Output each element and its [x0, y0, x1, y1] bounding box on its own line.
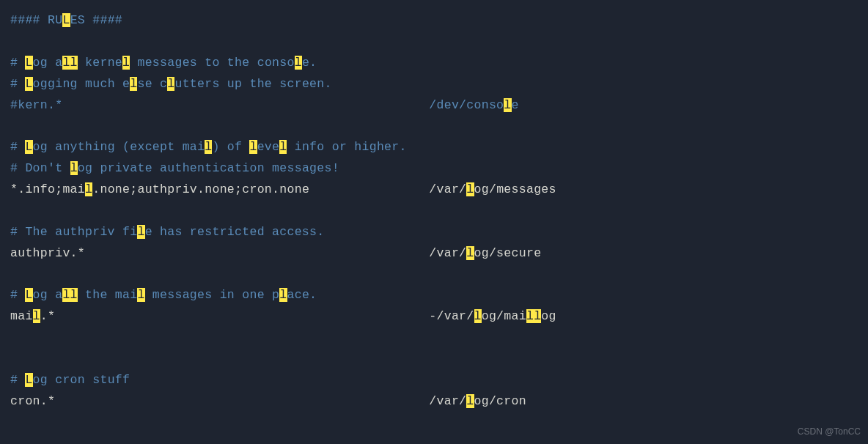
search-highlight: l	[279, 288, 287, 302]
search-highlight: l	[130, 77, 137, 91]
code-line: authpriv.* /var/log/secure	[10, 243, 858, 264]
text-run: messages in one p	[145, 288, 280, 302]
code-line	[10, 116, 858, 137]
text-run: messages to the conso	[130, 56, 294, 70]
search-highlight: l	[137, 225, 144, 239]
search-highlight: l	[85, 182, 92, 196]
text-run: # Don't	[10, 161, 70, 175]
code-line: # Log all kernel messages to the console…	[10, 53, 858, 74]
code-line: #kern.* /dev/console	[10, 95, 858, 116]
text-run: #kern.* /dev/conso	[10, 98, 504, 112]
text-run: og/cron	[474, 394, 526, 408]
search-highlight: ll	[62, 288, 77, 302]
code-line: # Logging much else clutters up the scre…	[10, 74, 858, 95]
text-run: .* -/var/	[40, 309, 474, 323]
text-run: ES ####	[70, 13, 122, 27]
text-run: ) of	[212, 140, 249, 154]
text-run: og anything (except mai	[33, 140, 205, 154]
code-line	[10, 32, 858, 53]
text-run: og/messages	[474, 182, 556, 196]
search-highlight: l	[205, 140, 212, 154]
search-highlight: L	[25, 77, 32, 91]
text-run: e.	[302, 56, 317, 70]
text-run: authpriv.* /var/	[10, 246, 466, 260]
text-run: # The authpriv fi	[10, 225, 137, 239]
text-run: se c	[137, 77, 167, 91]
search-highlight: l	[249, 140, 257, 154]
text-run: the mai	[78, 288, 138, 302]
text-run: #	[10, 56, 25, 70]
text-run: og a	[33, 288, 63, 302]
watermark: CSDN @TonCC	[798, 424, 861, 440]
code-line: # Log cron stuff	[10, 370, 858, 391]
search-highlight: l	[295, 56, 302, 70]
code-line	[10, 264, 858, 286]
text-run: #	[10, 140, 25, 154]
search-highlight: l	[122, 56, 130, 70]
code-line: # Don't log private authentication messa…	[10, 158, 858, 180]
code-line: *.info;mail.none;authpriv.none;cron.none…	[10, 180, 858, 201]
text-run: e has restricted access.	[145, 225, 325, 239]
text-run: kerne	[78, 56, 122, 70]
search-highlight: ll	[62, 56, 77, 70]
text-run: #	[10, 77, 25, 91]
text-run: eve	[257, 140, 280, 154]
text-run: #	[10, 373, 25, 387]
text-run: #### RU	[10, 13, 62, 27]
search-highlight: L	[25, 288, 32, 302]
text-run: ogging much e	[33, 77, 130, 91]
text-run: info or higher.	[287, 140, 406, 154]
text-run: utters up the screen.	[174, 77, 331, 91]
code-line: mail.* -/var/log/maillog	[10, 306, 858, 328]
text-run: og private authentication messages!	[78, 161, 339, 175]
text-run: og	[541, 309, 556, 323]
search-highlight: l	[466, 182, 474, 196]
text-run: og cron stuff	[33, 373, 130, 387]
code-line: # The authpriv file has restricted acces…	[10, 222, 858, 243]
search-highlight: ll	[526, 309, 541, 323]
code-line: #### RULES ####	[10, 10, 858, 32]
text-run: cron.* /var/	[10, 394, 466, 408]
search-highlight: l	[279, 140, 287, 154]
search-highlight: L	[25, 56, 32, 70]
text-run: mai	[10, 309, 33, 323]
code-line: cron.* /var/log/cron	[10, 391, 858, 412]
code-line	[10, 201, 858, 222]
search-highlight: l	[504, 98, 511, 112]
search-highlight: L	[62, 13, 70, 27]
search-highlight: l	[466, 246, 474, 260]
code-line: # Log all the mail messages in one place…	[10, 285, 858, 306]
search-highlight: l	[466, 394, 474, 408]
code-line: # Log anything (except mail) of level in…	[10, 137, 858, 158]
code-line	[10, 349, 858, 370]
terminal-viewport[interactable]: #### RULES #### # Log all kernel message…	[10, 10, 858, 412]
text-run: #	[10, 288, 25, 302]
search-highlight: L	[25, 140, 32, 154]
search-highlight: l	[474, 309, 482, 323]
search-highlight: l	[70, 161, 78, 175]
search-highlight: l	[167, 77, 174, 91]
text-run: og a	[33, 56, 63, 70]
search-highlight: L	[25, 373, 32, 387]
search-highlight: l	[33, 309, 40, 323]
code-line	[10, 328, 858, 349]
text-run: e	[512, 98, 519, 112]
text-run: og/mai	[482, 309, 526, 323]
text-run: .none;authpriv.none;cron.none /var/	[92, 182, 466, 196]
text-run: og/secure	[474, 246, 542, 260]
search-highlight: l	[137, 288, 144, 302]
text-run: *.info;mai	[10, 182, 85, 196]
text-run: ace.	[287, 288, 317, 302]
